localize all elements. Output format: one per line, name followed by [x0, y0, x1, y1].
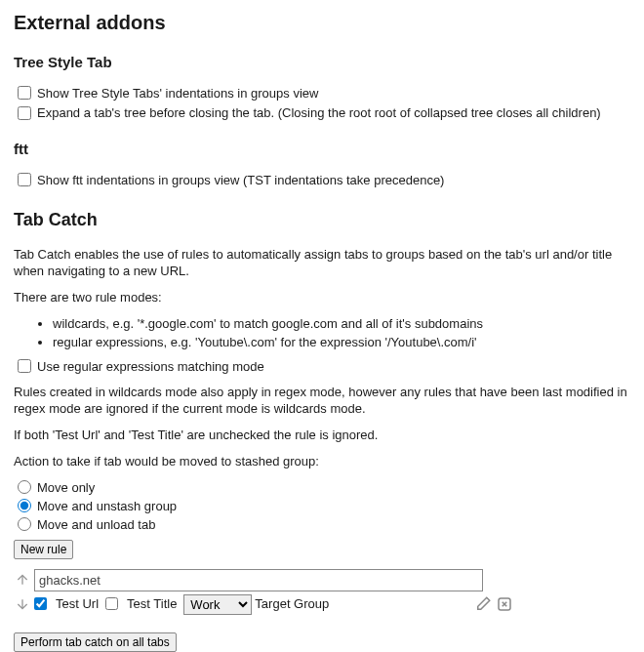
tst-show-indent-checkbox[interactable]: [18, 86, 31, 100]
arrow-down-icon[interactable]: [14, 595, 31, 613]
test-url-checkbox[interactable]: [34, 597, 47, 610]
target-group-label: Target Group: [255, 596, 329, 613]
list-item: regular expressions, e.g. 'Youtube\.com'…: [53, 335, 630, 351]
new-rule-button[interactable]: New rule: [14, 540, 73, 559]
list-item: wildcards, e.g. '*.google.com' to match …: [53, 316, 630, 333]
tabcatch-modes-intro: There are two rule modes:: [14, 290, 630, 306]
section-heading-tst: Tree Style Tab: [14, 53, 630, 72]
test-title-label: Test Title: [127, 596, 177, 613]
tabcatch-modes-list: wildcards, e.g. '*.google.com' to match …: [53, 316, 630, 351]
arrow-up-icon[interactable]: [14, 571, 31, 589]
perform-tab-catch-button[interactable]: Perform tab catch on all tabs: [14, 632, 177, 652]
move-unload-radio[interactable]: [18, 517, 31, 531]
regex-note: Rules created in wildcards mode also app…: [14, 385, 630, 418]
rule-pattern-input[interactable]: [34, 569, 483, 591]
section-heading-external: External addons: [14, 10, 630, 35]
move-only-label: Move only: [37, 480, 95, 497]
ftt-show-indent-checkbox[interactable]: [18, 173, 31, 186]
tst-show-indent-label: Show Tree Style Tabs' indentations in gr…: [37, 86, 318, 102]
use-regex-label: Use regular expressions matching mode: [37, 359, 264, 376]
move-unstash-radio[interactable]: [18, 499, 31, 512]
tabcatch-description: Tab Catch enables the use of rules to au…: [14, 247, 630, 280]
move-unload-label: Move and unload tab: [37, 517, 155, 534]
section-heading-ftt: ftt: [14, 140, 630, 159]
action-label: Action to take if tab would be moved to …: [14, 454, 630, 470]
test-url-label: Test Url: [56, 596, 99, 613]
delete-icon[interactable]: [496, 595, 513, 613]
test-title-checkbox[interactable]: [105, 597, 118, 610]
tst-expand-before-close-checkbox[interactable]: [18, 106, 31, 120]
section-heading-tabcatch: Tab Catch: [14, 209, 630, 231]
rule-editor: Test Url Test Title Work Target Group: [14, 569, 630, 615]
move-only-radio[interactable]: [18, 480, 31, 494]
edit-icon[interactable]: [474, 595, 492, 613]
move-unstash-label: Move and unstash group: [37, 499, 177, 515]
ftt-show-indent-label: Show ftt indentations in groups view (TS…: [37, 173, 444, 189]
target-group-select[interactable]: Work: [183, 594, 252, 615]
ignored-note: If both 'Test Url' and 'Test Title' are …: [14, 428, 630, 444]
tst-expand-before-close-label: Expand a tab's tree before closing the t…: [37, 105, 601, 122]
use-regex-checkbox[interactable]: [18, 359, 31, 373]
